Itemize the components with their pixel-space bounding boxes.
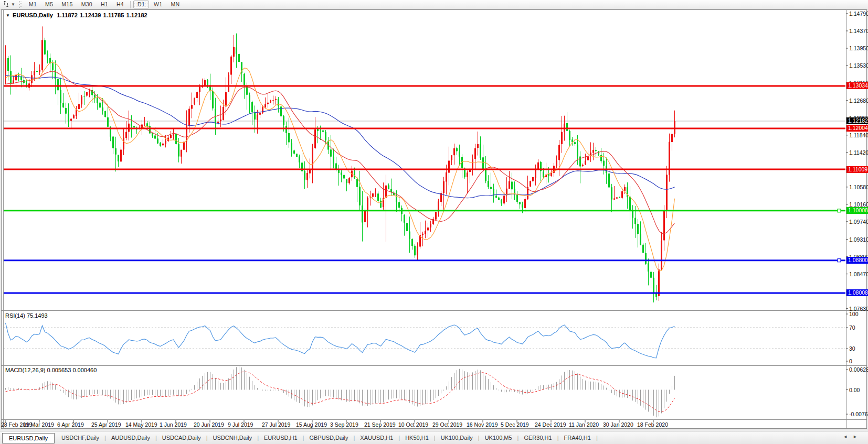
main-price-panel[interactable] xyxy=(4,26,845,302)
date-axis-label: 20 Jun 2019 xyxy=(194,421,224,428)
date-axis-label: 6 Apr 2019 xyxy=(57,421,84,428)
date-axis-label: 15 Aug 2019 xyxy=(296,421,327,428)
date-axis-label: 9 Jul 2019 xyxy=(228,421,253,428)
rsi-indicator-label: RSI(14) 75.1493 xyxy=(5,312,48,319)
line-handle[interactable] xyxy=(838,209,841,212)
rsi-panel[interactable] xyxy=(4,323,845,358)
date-axis-label: 14 May 2019 xyxy=(125,421,157,428)
rsi-axis-label: 70 xyxy=(849,324,855,331)
symbol-dropdown-icon[interactable]: ▼ xyxy=(6,13,10,18)
date-axis-label: 21 Sep 2019 xyxy=(364,421,396,428)
date-axis-label: 16 Nov 2019 xyxy=(467,421,498,428)
level-price-label: 1.12004 xyxy=(846,125,868,132)
tab-separator: | xyxy=(104,435,106,441)
chart-tab-xauusd-h1[interactable]: XAUUSD,H1 xyxy=(355,433,398,442)
macd-axis-label: 0.00 xyxy=(849,387,860,393)
rsi-axis-label: 0 xyxy=(849,358,852,364)
date-axis-label: 24 Dec 2019 xyxy=(535,421,566,428)
macd-axis-label: 0.006287 xyxy=(849,366,868,373)
chart-tabs: EURUSD,DailyUSDCHF,Daily|AUDUSD,Daily|US… xyxy=(1,431,598,444)
chart-tab-gbpusd-daily[interactable]: GBPUSD,Daily xyxy=(304,433,353,442)
tab-separator: | xyxy=(434,435,436,441)
chart-tab-ger30-h1[interactable]: GER30,H1 xyxy=(519,433,556,442)
mt4-window: ▼ M1M5M15M30H1H4D1W1MN ▼EURUSD,Daily 1.1… xyxy=(0,0,868,444)
macd-signal-line[interactable] xyxy=(6,372,675,412)
tab-separator: | xyxy=(596,435,598,441)
panel-separator[interactable] xyxy=(2,365,866,366)
chart-tab-bar: EURUSD,DailyUSDCHF,Daily|AUDUSD,Daily|US… xyxy=(0,431,868,444)
panel-separator[interactable] xyxy=(2,310,866,311)
price-axis-label: 1.14370 xyxy=(849,28,868,34)
bull-candle-bodies[interactable] xyxy=(5,40,675,296)
price-axis-label: 1.11420 xyxy=(849,149,868,156)
date-axis-label: 11 Jan 2020 xyxy=(569,421,599,428)
chart-tab-usdcnh-daily[interactable]: USDCNH,Daily xyxy=(208,433,257,442)
quote-close: 1.12182 xyxy=(126,12,147,18)
date-axis-label: 29 Oct 2019 xyxy=(432,421,462,428)
panel-separator xyxy=(2,419,866,420)
rsi-line[interactable] xyxy=(6,323,675,358)
ma-slow-line[interactable] xyxy=(6,75,675,198)
tab-separator: | xyxy=(478,435,480,441)
tab-separator: | xyxy=(517,435,519,441)
rsi-axis-label: 100 xyxy=(849,311,859,317)
price-axis-label: 1.13530 xyxy=(849,62,868,69)
chart-tab-audusd-daily[interactable]: AUDUSD,Daily xyxy=(107,433,155,442)
chart-tab-fra40-h1[interactable]: FRA40,H1 xyxy=(559,433,596,442)
tab-scroll-controls: ◄► xyxy=(843,434,863,439)
price-axis-label: 1.12680 xyxy=(849,98,868,104)
price-axis-label: 1.10580 xyxy=(849,184,868,190)
level-price-label: 1.11009 xyxy=(846,166,868,173)
tab-separator: | xyxy=(557,435,559,441)
date-axis-label: 18 Feb 2020 xyxy=(637,421,668,428)
level-price-label: 1.08008 xyxy=(846,289,868,296)
date-axis-label: 10 Oct 2019 xyxy=(398,421,428,428)
quote-low: 1.11785 xyxy=(103,12,124,18)
ma-fast-line[interactable] xyxy=(6,62,675,272)
tab-scroll-right-icon[interactable]: ► xyxy=(853,434,863,439)
price-axis-label: 1.14790 xyxy=(849,10,868,17)
date-axis-label: 19 Mar 2019 xyxy=(23,421,54,428)
tab-separator: | xyxy=(257,435,259,441)
line-handle[interactable] xyxy=(838,259,841,262)
macd-histogram[interactable] xyxy=(6,366,675,417)
chart-tab-usdcad-daily[interactable]: USDCAD,Daily xyxy=(157,433,206,442)
bear-candle-bodies[interactable] xyxy=(7,40,657,297)
price-axis-label: 1.08470 xyxy=(849,271,868,277)
rsi-axis-label: 30 xyxy=(849,345,855,352)
chart-tab-uk100-daily[interactable]: UK100,Daily xyxy=(436,433,478,442)
level-price-label: 1.08800 xyxy=(846,257,868,264)
chart-tab-usdchf-daily[interactable]: USDCHF,Daily xyxy=(57,433,104,442)
price-axis-label: 1.09310 xyxy=(849,236,868,243)
price-axis-label: 1.10160 xyxy=(849,201,868,208)
date-axis-label: 25 Apr 2019 xyxy=(91,421,121,428)
chart-title: ▼EURUSD,Daily 1.118721.124391.117851.121… xyxy=(6,12,150,18)
tab-separator: | xyxy=(353,435,355,441)
chart-tab-hk50-h1[interactable]: HK50,H1 xyxy=(400,433,433,442)
macd-indicator-label: MACD(12,26,9) 0.005653 0.000460 xyxy=(5,367,97,373)
price-axis-label: 1.09740 xyxy=(849,219,868,225)
date-axis-label: 30 Jan 2020 xyxy=(603,421,633,428)
symbol-label: EURUSD,Daily xyxy=(13,12,53,18)
tab-separator: | xyxy=(398,435,400,441)
chart-tab-eurusd-h1[interactable]: EURUSD,H1 xyxy=(259,433,302,442)
tab-separator: | xyxy=(303,435,304,441)
current-price-label: 1.12182 xyxy=(846,117,868,124)
date-axis-label: 5 Dec 2019 xyxy=(501,421,529,428)
date-axis-label: 27 Jul 2019 xyxy=(262,421,290,428)
macd-axis-label: -0.007658 xyxy=(849,411,868,417)
price-axis-label: 1.13950 xyxy=(849,45,868,51)
ma-mid-line[interactable] xyxy=(6,71,675,234)
tab-scroll-left-icon[interactable]: ◄ xyxy=(843,434,853,439)
level-price-label: 1.10008 xyxy=(846,207,868,214)
quote-open: 1.11872 xyxy=(57,12,78,18)
macd-panel[interactable] xyxy=(6,366,675,417)
tab-separator: | xyxy=(155,435,157,441)
chart-tab-uk100-m5[interactable]: UK100,M5 xyxy=(480,433,517,442)
quote-high: 1.12439 xyxy=(80,12,101,18)
price-axis-label: 1.11840 xyxy=(849,132,868,138)
date-axis-label: 1 Jun 2019 xyxy=(160,421,187,428)
chart-canvas[interactable] xyxy=(0,0,868,444)
tab-separator: | xyxy=(206,435,208,441)
chart-tab-eurusd-daily[interactable]: EURUSD,Daily xyxy=(2,433,55,443)
